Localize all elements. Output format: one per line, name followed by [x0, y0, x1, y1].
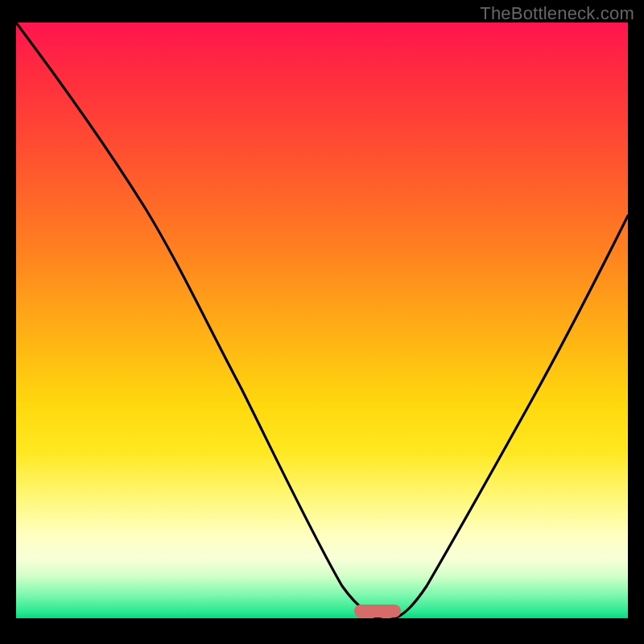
bottleneck-curve [16, 23, 628, 629]
curve-path [16, 23, 628, 620]
optimal-range-marker [354, 605, 401, 617]
chart-frame [16, 23, 628, 634]
watermark-text: TheBottleneck.com [480, 3, 634, 24]
plot-area [16, 23, 628, 629]
x-axis-baseline [16, 618, 628, 629]
